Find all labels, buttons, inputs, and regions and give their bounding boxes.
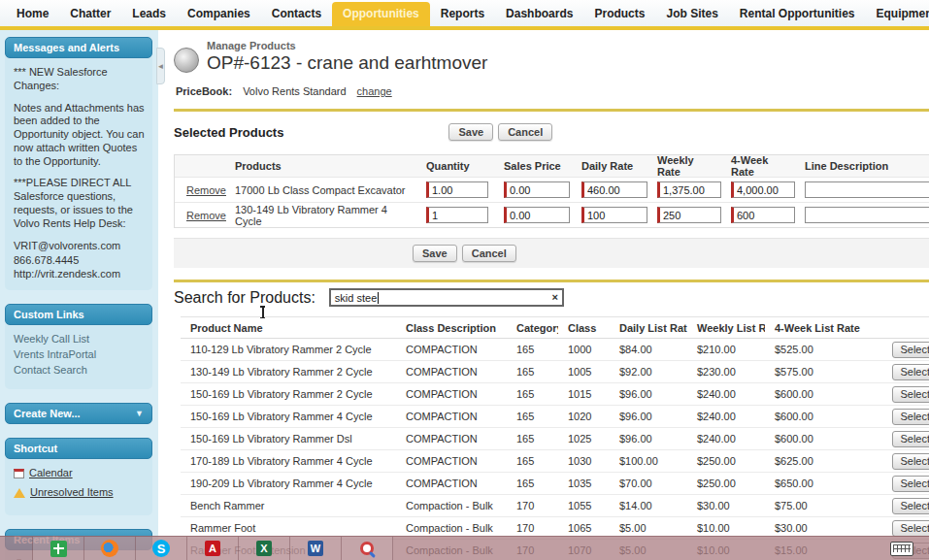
daily-rate-input[interactable] — [581, 207, 647, 223]
product-name-cell: 130-149 Lb Vibratory Rammer 2 Cycle — [181, 366, 396, 378]
search-tool-icon[interactable] — [342, 537, 393, 560]
store-icon[interactable] — [33, 537, 84, 560]
sidebar-collapse-icon[interactable]: ◄ — [156, 48, 165, 84]
results-header-cell: Product Name — [181, 322, 396, 334]
category-cell: 165 — [496, 366, 558, 378]
page-title: OP#-6123 - crane and earhtmover — [207, 52, 487, 74]
result-row: 190-209 Lb Vibratory Rammer 4 CycleCOMPA… — [181, 473, 929, 495]
cancel-button[interactable]: Cancel — [498, 123, 552, 141]
class-description-cell: COMPACTION — [396, 388, 496, 400]
save-button-bottom[interactable]: Save — [413, 245, 457, 262]
tab-home[interactable]: Home — [6, 2, 59, 26]
header-cell: Daily Rate — [570, 160, 646, 172]
skype-icon[interactable]: S — [136, 537, 187, 560]
remove-link[interactable]: Remove — [186, 210, 226, 221]
sales-price-input[interactable] — [504, 181, 570, 198]
header-cell: 4-Week Rate — [719, 154, 793, 178]
quantity-input[interactable] — [426, 181, 488, 198]
weekly-list-rate-cell: $240.00 — [687, 411, 765, 422]
breadcrumb: Manage Products — [207, 40, 487, 51]
weekly-rate-input[interactable] — [657, 181, 721, 198]
line-description-input[interactable] — [805, 181, 929, 198]
header-cell: Weekly Rate — [646, 154, 719, 178]
sidebar-link-weekly-call-list[interactable]: Weekly Call List — [14, 333, 145, 345]
category-cell: 165 — [496, 433, 558, 445]
selected-products-title: Selected Products — [174, 125, 283, 140]
select-button[interactable]: Select — [892, 476, 929, 492]
opportunity-icon — [174, 48, 199, 73]
product-name-cell: 190-209 Lb Vibratory Rammer 4 Cycle — [181, 478, 396, 489]
class-description-cell: COMPACTION — [396, 478, 496, 489]
sidebar-link-contact-search[interactable]: Contact Search — [14, 364, 145, 376]
keyboard-icon[interactable] — [890, 542, 913, 556]
message-paragraph: ***PLEASE DIRECT ALL Salesforce question… — [14, 177, 145, 230]
create-new-button[interactable]: Create New... ▼ — [5, 403, 152, 424]
save-button[interactable]: Save — [448, 123, 493, 141]
tab-reports[interactable]: Reports — [430, 2, 495, 26]
select-button[interactable]: Select — [892, 520, 929, 537]
tab-equipment[interactable]: Equipment — [866, 2, 929, 26]
select-button[interactable]: Select — [892, 342, 929, 358]
tab-companies[interactable]: Companies — [177, 2, 261, 26]
result-row: 150-169 Lb Vibratory Rammer DslCOMPACTIO… — [181, 428, 929, 450]
tab-dashboards[interactable]: Dashboards — [495, 2, 583, 26]
product-name-cell: 170-189 Lb Vibratory Rammer 4 Cycle — [181, 455, 396, 467]
clear-search-icon[interactable]: × — [551, 291, 557, 303]
tab-job-sites[interactable]: Job Sites — [655, 2, 728, 26]
quantity-cell — [415, 207, 492, 223]
category-cell: 165 — [496, 411, 558, 422]
line-description-input[interactable] — [805, 207, 929, 223]
adobe-reader-icon[interactable]: A — [187, 537, 239, 560]
pricebook-change-link[interactable]: change — [357, 85, 392, 97]
tab-chatter[interactable]: Chatter — [59, 2, 121, 26]
messages-alerts-body: *** NEW Salesforce Changes:Notes and Att… — [5, 56, 152, 290]
selected-product-row: Remove17000 Lb Class Compact Excavator — [175, 177, 929, 202]
select-button[interactable]: Select — [892, 364, 929, 380]
quantity-input[interactable] — [426, 207, 488, 223]
select-button[interactable]: Select — [892, 453, 929, 470]
select-button[interactable]: Select — [892, 386, 929, 403]
main-content: Manage Products OP#-6123 - crane and ear… — [158, 30, 929, 560]
weekly-rate-cell — [646, 181, 719, 198]
weekly-rate-input[interactable] — [657, 207, 721, 223]
search-label: Search for Products: — [174, 289, 315, 307]
four-week-rate-cell — [719, 207, 793, 223]
class-description-cell: COMPACTION — [396, 455, 496, 467]
product-search-input[interactable]: skid stee × — [329, 288, 564, 307]
select-cell: Select — [878, 409, 929, 425]
select-button[interactable]: Select — [892, 498, 929, 514]
four-week-list-rate-cell: $75.00 — [765, 500, 878, 511]
tab-rental-opportunities[interactable]: Rental Opportunities — [729, 2, 866, 26]
firefox-icon[interactable] — [84, 537, 136, 560]
shortcut-link-unresolved-items[interactable]: Unresolved Items — [30, 486, 114, 500]
message-contact-line: VRIT@volvorents.com — [14, 239, 145, 252]
cancel-button-bottom[interactable]: Cancel — [462, 245, 516, 262]
daily-rate-input[interactable] — [581, 181, 647, 198]
tab-opportunities[interactable]: Opportunities — [332, 2, 430, 26]
sales-price-input[interactable] — [504, 207, 570, 223]
shortcut-link-calendar[interactable]: Calendar — [29, 467, 73, 480]
four-week-rate-input[interactable] — [731, 181, 795, 198]
daily-list-rate-cell: $96.00 — [610, 388, 687, 400]
result-row: Bench RammerCompaction - Bulk1701055$14.… — [181, 495, 929, 517]
results-header-cell: Class — [558, 322, 610, 334]
class-cell: 1030 — [558, 455, 610, 467]
excel-icon[interactable]: X — [239, 537, 290, 560]
class-description-cell: COMPACTION — [396, 433, 496, 445]
quantity-cell — [415, 181, 492, 198]
four-week-list-rate-cell: $30.00 — [765, 522, 878, 534]
sidebar-link-vrents-intraportal[interactable]: Vrents IntraPortal — [14, 348, 145, 360]
results-header-row: Product NameClass DescriptionCategoryCla… — [181, 317, 929, 339]
four-week-rate-input[interactable] — [731, 207, 795, 223]
select-button[interactable]: Select — [892, 409, 929, 425]
tab-contacts[interactable]: Contacts — [261, 2, 332, 26]
class-description-cell: Compaction - Bulk — [396, 500, 496, 511]
category-cell: 165 — [496, 478, 558, 489]
tab-leads[interactable]: Leads — [121, 2, 177, 26]
select-button[interactable]: Select — [892, 431, 929, 447]
weekly-list-rate-cell: $250.00 — [687, 455, 765, 467]
word-icon[interactable]: W — [290, 537, 342, 560]
tab-products[interactable]: Products — [583, 2, 655, 26]
category-cell: 165 — [496, 344, 558, 355]
remove-link[interactable]: Remove — [186, 184, 226, 196]
